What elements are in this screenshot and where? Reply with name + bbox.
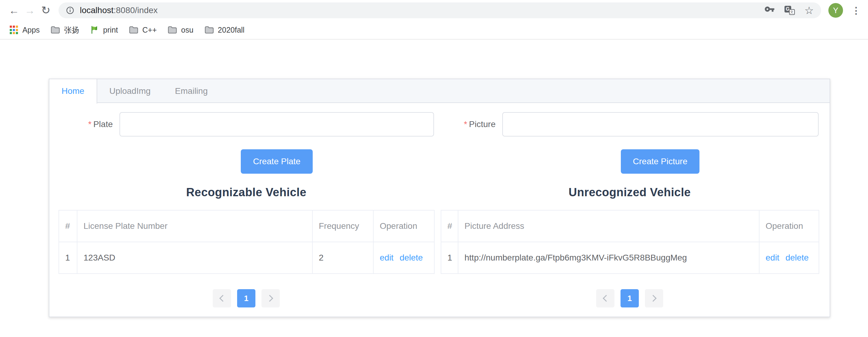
- col-index: #: [441, 210, 458, 242]
- bookmark-print[interactable]: print: [90, 26, 118, 34]
- recognizable-title: Recognizable Vehicle: [59, 186, 434, 199]
- tab-emailing[interactable]: Emailing: [163, 79, 220, 103]
- password-key-icon[interactable]: [764, 4, 775, 17]
- unrecognized-title: Unrecognized Vehicle: [441, 186, 818, 199]
- bookmark-apps[interactable]: Apps: [10, 26, 40, 34]
- translate-icon[interactable]: G 文: [784, 6, 795, 15]
- chevron-right-icon: [650, 295, 657, 302]
- tab-uploadimg[interactable]: UploadImg: [97, 79, 163, 103]
- required-mark: *: [88, 119, 91, 129]
- url-host: localhost: [80, 5, 114, 15]
- picture-button-row: Create Picture: [502, 149, 818, 174]
- cell-operation: editdelete: [759, 242, 819, 274]
- chevron-left-icon: [603, 295, 610, 302]
- cell-index: 1: [59, 242, 77, 274]
- page-1-button[interactable]: 1: [237, 289, 255, 307]
- folder-icon: [51, 26, 60, 34]
- url-text[interactable]: localhost:8080/index: [80, 5, 158, 15]
- tab-bar: Home UploadImg Emailing: [50, 79, 830, 103]
- green-flag-icon: [90, 26, 99, 34]
- col-operation: Operation: [373, 210, 434, 242]
- bookmark-star-icon[interactable]: ☆: [805, 5, 814, 16]
- recognizable-table: # License Plate Number Frequency Operati…: [59, 210, 435, 274]
- bookmark-folder-2020fall[interactable]: 2020fall: [205, 26, 245, 34]
- bookmarks-bar: Apps 张扬 print C++ osu 2020fall: [0, 21, 868, 40]
- edit-link[interactable]: edit: [766, 253, 779, 262]
- bookmark-folder-osu[interactable]: osu: [167, 26, 193, 34]
- prev-page-button[interactable]: [596, 289, 614, 307]
- cell-frequency: 2: [312, 242, 373, 274]
- back-icon[interactable]: ←: [6, 2, 22, 18]
- table-row: 1 123ASD 2 editdelete: [59, 242, 434, 274]
- bookmark-folder-cpp[interactable]: C++: [129, 26, 157, 34]
- table-header-row: # License Plate Number Frequency Operati…: [59, 210, 434, 242]
- cell-index: 1: [441, 242, 458, 274]
- page-content: Home UploadImg Emailing *Plate Create Pl…: [0, 79, 868, 317]
- next-page-button[interactable]: [261, 289, 280, 307]
- browser-menu-icon[interactable]: ⋮: [849, 5, 863, 16]
- address-bar[interactable]: localhost:8080/index G 文 ☆: [59, 2, 821, 18]
- tab-home[interactable]: Home: [50, 79, 97, 103]
- plate-form-item: *Plate: [59, 112, 434, 136]
- browser-window: ← → ↻ localhost:8080/index G: [0, 0, 868, 337]
- home-tab-panel: *Plate Create Plate Recognizable Vehicle: [50, 103, 830, 316]
- chevron-left-icon: [219, 295, 226, 302]
- edit-link[interactable]: edit: [380, 253, 394, 262]
- col-operation: Operation: [759, 210, 819, 242]
- unrecognized-pagination: 1: [441, 289, 818, 307]
- delete-link[interactable]: delete: [785, 253, 809, 262]
- prev-page-button[interactable]: [213, 289, 231, 307]
- page-1-button[interactable]: 1: [621, 289, 639, 307]
- picture-column: *Picture Create Picture Unrecognized Veh…: [439, 112, 820, 307]
- site-info-icon[interactable]: [66, 6, 74, 14]
- bookmark-folder-zhangyang[interactable]: 张扬: [51, 25, 79, 35]
- folder-icon: [167, 26, 177, 34]
- delete-link[interactable]: delete: [400, 253, 423, 262]
- next-page-button[interactable]: [645, 289, 663, 307]
- create-picture-button[interactable]: Create Picture: [621, 149, 700, 174]
- picture-form-item: *Picture: [441, 112, 818, 136]
- forward-icon[interactable]: →: [22, 2, 38, 18]
- cell-plate: 123ASD: [77, 242, 312, 274]
- browser-toolbar: ← → ↻ localhost:8080/index G: [0, 0, 868, 21]
- reload-icon[interactable]: ↻: [38, 2, 54, 18]
- folder-icon: [129, 26, 138, 34]
- url-path: :8080/index: [114, 5, 158, 15]
- cell-address: http://numberplate.ga/Ftpb6mg3KMV-iFkvG5…: [458, 242, 759, 274]
- unrecognized-table: # Picture Address Operation 1 http://num…: [441, 210, 819, 274]
- chevron-right-icon: [267, 295, 273, 302]
- picture-label: *Picture: [441, 112, 496, 136]
- recognizable-pagination: 1: [59, 289, 434, 307]
- plate-column: *Plate Create Plate Recognizable Vehicle: [59, 112, 439, 307]
- cell-operation: editdelete: [373, 242, 434, 274]
- picture-input[interactable]: [502, 112, 818, 136]
- tabs-card: Home UploadImg Emailing *Plate Create Pl…: [49, 79, 830, 317]
- folder-icon: [205, 26, 214, 34]
- table-row: 1 http://numberplate.ga/Ftpb6mg3KMV-iFkv…: [441, 242, 819, 274]
- apps-grid-icon: [10, 26, 18, 34]
- plate-label: *Plate: [59, 112, 113, 136]
- required-mark: *: [464, 119, 467, 129]
- plate-button-row: Create Plate: [120, 149, 434, 174]
- table-header-row: # Picture Address Operation: [441, 210, 819, 242]
- col-license-plate: License Plate Number: [77, 210, 312, 242]
- col-frequency: Frequency: [312, 210, 373, 242]
- create-plate-button[interactable]: Create Plate: [241, 149, 313, 174]
- col-index: #: [59, 210, 77, 242]
- col-picture-address: Picture Address: [458, 210, 759, 242]
- profile-avatar[interactable]: Y: [828, 3, 843, 18]
- plate-input[interactable]: [120, 112, 434, 136]
